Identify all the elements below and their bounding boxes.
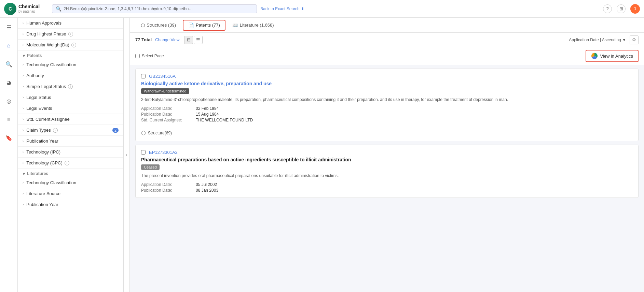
meta-label: Publication Date:: [141, 188, 196, 193]
results-count: 77 Total: [135, 37, 152, 42]
patent-card: GB2134516A Biologically active ketone de…: [135, 69, 639, 141]
tab-label: Literature (1,668): [240, 23, 274, 28]
meta-row-app-date: Application Date: 05 Jul 2002: [141, 182, 633, 187]
patent-meta: Application Date: 05 Jul 2002 Publicatio…: [141, 182, 633, 193]
filter-simple-legal-status[interactable]: › Simple Legal Status i: [18, 81, 123, 92]
meta-value: THE WELLCOME FOUND LTD: [196, 118, 253, 122]
sidebar-home-icon[interactable]: ⌂: [3, 40, 15, 52]
filter-lit-tech-classification[interactable]: › Technology Classification: [18, 177, 123, 188]
grid-icon[interactable]: ⊞: [617, 4, 626, 13]
sidebar-chart-icon[interactable]: ◕: [3, 76, 15, 89]
filter-authority[interactable]: › Authority: [18, 70, 123, 81]
info-icon[interactable]: i: [71, 43, 76, 47]
filter-label: Publication Year: [26, 202, 58, 207]
logo-icon[interactable]: C: [4, 3, 16, 15]
tab-literature[interactable]: 📖 Literature (1,668): [227, 20, 279, 31]
patent-id[interactable]: EP1273301A2: [149, 150, 178, 155]
chevron-icon: ›: [23, 96, 24, 99]
sidebar-structure-icon[interactable]: ◎: [3, 95, 15, 107]
patents-collapse-btn[interactable]: ∨: [23, 54, 25, 58]
filter-lit-publication-year[interactable]: › Publication Year: [18, 199, 123, 210]
literatures-collapse-btn[interactable]: ∨: [23, 172, 25, 176]
patent-title[interactable]: Pharmaceutical preparations based on act…: [141, 157, 633, 162]
sidebar-bookmark-icon[interactable]: 🔖: [3, 132, 15, 144]
sidebar-list-icon[interactable]: ≡: [3, 113, 15, 126]
patent-card-header: EP1273301A2: [141, 150, 633, 155]
literature-tab-icon: 📖: [232, 23, 238, 28]
settings-gear-btn[interactable]: ⚙: [630, 35, 639, 44]
filter-label: Technology Classification: [26, 62, 76, 67]
meta-value: 15 Aug 1984: [196, 112, 219, 117]
tab-patents[interactable]: 📄 Patents (77): [183, 20, 225, 31]
analytics-btn-icon: [591, 53, 598, 59]
filter-label: Drug Highest Phase: [26, 31, 66, 36]
chevron-icon: ›: [23, 203, 24, 206]
filter-drug-highest-phase[interactable]: › Drug Highest Phase i: [18, 29, 123, 40]
meta-value: 05 Jul 2002: [196, 182, 217, 187]
sidebar-menu-icon[interactable]: ☰: [3, 21, 15, 33]
sidebar-icons: ☰ ⌂ 🔍 ◕ ◎ ≡ 🔖: [0, 18, 18, 292]
analytics-btn-label: View in Analytics: [600, 54, 633, 59]
filter-legal-events[interactable]: › Legal Events: [18, 103, 123, 114]
tab-structures[interactable]: ⬡ Structures (39): [135, 20, 181, 31]
chevron-icon: ›: [23, 32, 24, 36]
sidebar-search-icon[interactable]: 🔍: [3, 58, 15, 70]
view-toggle: ⊟ ☰: [184, 36, 203, 44]
patent-id[interactable]: GB2134516A: [149, 74, 176, 79]
info-icon[interactable]: i: [65, 161, 69, 165]
info-icon[interactable]: i: [53, 128, 58, 133]
select-page-checkbox[interactable]: [135, 54, 140, 58]
meta-row-assignee: Std. Current Assignee: THE WELLCOME FOUN…: [141, 118, 633, 122]
back-to-exact-search-btn[interactable]: Back to Exact Search ⬆: [260, 6, 304, 11]
view-in-analytics-btn[interactable]: View in Analytics: [586, 50, 639, 62]
sort-control[interactable]: Application Date | Ascending ▼: [569, 38, 626, 42]
tabs-row: ⬡ Structures (39) 📄 Patents (77) 📖 Liter…: [130, 18, 644, 33]
filter-label: Publication Year: [26, 138, 58, 144]
meta-row-app-date: Application Date: 02 Feb 1984: [141, 106, 633, 111]
list-view-btn[interactable]: ☰: [194, 36, 203, 44]
filter-tech-classification[interactable]: › Technology Classification: [18, 59, 123, 70]
filter-claim-types[interactable]: › Claim Types i 2: [18, 125, 123, 136]
filter-publication-year[interactable]: › Publication Year: [18, 136, 123, 147]
filter-literature-source[interactable]: › Literature Source: [18, 188, 123, 199]
info-icon[interactable]: i: [68, 32, 73, 36]
filter-technology-cpc[interactable]: › Technology (CPC) i: [18, 158, 123, 169]
filter-label: Literature Source: [26, 191, 60, 196]
structure-label: Structure(69): [148, 131, 172, 135]
search-query: 2H-Benzo[a]quinolizin-2-one, 1,3,4,6,7,1…: [64, 6, 193, 11]
structure-icon: ⬡: [141, 130, 146, 136]
filter-molecular-weight[interactable]: › Molecular Weight(Da) i: [18, 40, 123, 50]
filter-std-current-assignee[interactable]: › Std. Current Assignee: [18, 114, 123, 125]
user-avatar[interactable]: 1: [630, 4, 640, 14]
chevron-icon: ›: [23, 74, 24, 77]
patent-card-checkbox[interactable]: [141, 74, 146, 78]
app-sub: by patsnap: [18, 10, 40, 14]
info-icon[interactable]: i: [68, 84, 73, 89]
search-icon: 🔍: [56, 6, 61, 12]
select-page-label: Select Page: [142, 54, 164, 58]
logo-area: C Chemical by patsnap: [4, 3, 49, 15]
change-view-btn[interactable]: Change View: [155, 38, 179, 42]
grid-view-btn[interactable]: ⊟: [184, 36, 193, 44]
patent-title[interactable]: Biologically active ketone derivative, p…: [141, 81, 633, 86]
filter-legal-status[interactable]: › Legal Status: [18, 92, 123, 103]
filter-technology-ipc[interactable]: › Technology (IPC): [18, 147, 123, 158]
patent-abstract: 2-tert-Butylamino-3'-chloropropiophenone…: [141, 97, 633, 103]
filter-human-approvals[interactable]: › Human Approvals: [18, 18, 123, 29]
chevron-icon: ›: [23, 181, 24, 185]
chevron-icon: ›: [23, 85, 24, 88]
logo-text: Chemical by patsnap: [18, 4, 40, 14]
structures-tab-icon: ⬡: [141, 23, 145, 28]
filters-panel: › Human Approvals › Drug Highest Phase i…: [18, 18, 124, 292]
filter-label: Legal Events: [26, 106, 52, 111]
filter-label: Human Approvals: [26, 20, 61, 26]
patent-card-checkbox[interactable]: [141, 150, 146, 155]
collapse-panel-btn[interactable]: ‹: [124, 18, 130, 292]
patent-card-header: GB2134516A: [141, 74, 633, 79]
search-bar[interactable]: 🔍 2H-Benzo[a]quinolizin-2-one, 1,3,4,6,7…: [52, 4, 257, 13]
patent-meta: Application Date: 02 Feb 1984 Publicatio…: [141, 106, 633, 122]
meta-label: Publication Date:: [141, 112, 196, 117]
filter-label: Molecular Weight(Da): [26, 42, 69, 47]
help-icon[interactable]: ?: [603, 4, 612, 13]
filter-label: Simple Legal Status: [26, 84, 66, 89]
